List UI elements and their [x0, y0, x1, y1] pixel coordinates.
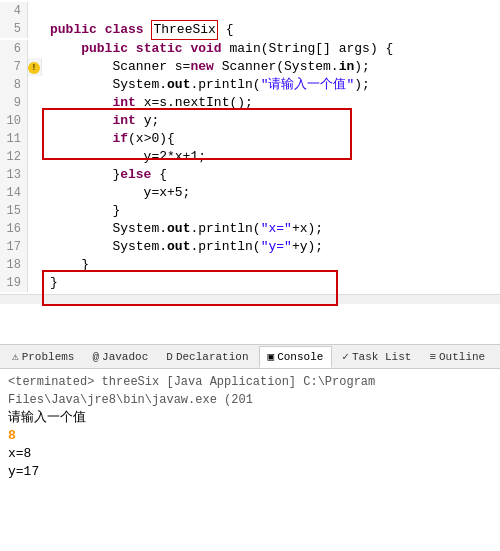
code-text: y=2*x+1;: [42, 148, 500, 166]
tab-label: Problems: [22, 351, 75, 363]
table-row: 18 }: [0, 256, 500, 274]
code-text: }: [42, 256, 500, 274]
console-output-line-1: 请输入一个值: [8, 409, 492, 427]
table-row: 8 System.out.println("请输入一个值");: [0, 76, 500, 94]
warning-icon: !: [28, 62, 40, 74]
horizontal-scrollbar[interactable]: [0, 294, 500, 304]
code-text: System.out.println("请输入一个值");: [42, 76, 500, 94]
gutter: !: [28, 58, 42, 76]
line-number: 8: [0, 76, 28, 94]
line-number: 15: [0, 202, 28, 220]
line-number: 11: [0, 130, 28, 148]
bottom-panel: ⚠ Problems @ Javadoc D Declaration ▣ Con…: [0, 345, 500, 551]
line-number: 18: [0, 256, 28, 274]
console-input-value: 8: [8, 428, 16, 443]
line-number: 14: [0, 184, 28, 202]
console-output-line-3: x=8: [8, 445, 492, 463]
code-text: }: [42, 274, 500, 292]
table-row: 11 if(x>0){: [0, 130, 500, 148]
code-text: System.out.println("y="+y);: [42, 238, 500, 256]
code-text: public static void main(String[] args) {: [42, 40, 500, 58]
line-number: 6: [0, 40, 28, 58]
tab-console[interactable]: ▣ Console: [259, 346, 333, 368]
code-text: System.out.println("x="+x);: [42, 220, 500, 238]
tab-label: Task List: [352, 351, 411, 363]
line-number: 10: [0, 112, 28, 130]
table-row: 12 y=2*x+1;: [0, 148, 500, 166]
line-number: 12: [0, 148, 28, 166]
table-row: 4: [0, 2, 500, 20]
table-row: 16 System.out.println("x="+x);: [0, 220, 500, 238]
console-output[interactable]: <terminated> threeSix [Java Application]…: [0, 369, 500, 551]
table-row: 9 int x=s.nextInt();: [0, 94, 500, 112]
tasklist-icon: ✓: [342, 350, 349, 363]
line-number: 17: [0, 238, 28, 256]
table-row: 14 y=x+5;: [0, 184, 500, 202]
tab-label: Javadoc: [102, 351, 148, 363]
console-output-line-4: y=17: [8, 463, 492, 481]
tab-tasklist[interactable]: ✓ Task List: [334, 346, 419, 368]
tab-declaration[interactable]: D Declaration: [158, 346, 256, 368]
line-number: 5: [0, 20, 28, 38]
console-icon: ▣: [268, 350, 275, 363]
javadoc-icon: @: [92, 351, 99, 363]
line-number: 13: [0, 166, 28, 184]
table-row: 17 System.out.println("y="+y);: [0, 238, 500, 256]
code-text: [42, 2, 500, 20]
console-text: y=17: [8, 464, 39, 479]
terminated-line: <terminated> threeSix [Java Application]…: [8, 373, 492, 409]
code-text: Scanner s=new Scanner(System.in);: [42, 58, 500, 76]
table-row: 7 ! Scanner s=new Scanner(System.in);: [0, 58, 500, 76]
code-text: if(x>0){: [42, 130, 500, 148]
declaration-icon: D: [166, 351, 173, 363]
code-text: int y;: [42, 112, 500, 130]
code-lines: 4 5 public class ThreeSix { 6 public sta…: [0, 0, 500, 294]
table-row: 15 }: [0, 202, 500, 220]
line-number: 19: [0, 274, 28, 292]
tab-label: Declaration: [176, 351, 249, 363]
class-name-highlight: ThreeSix: [151, 20, 217, 40]
code-text: }: [42, 202, 500, 220]
tab-javadoc[interactable]: @ Javadoc: [84, 346, 156, 368]
table-row: 10 int y;: [0, 112, 500, 130]
table-row: 6 public static void main(String[] args)…: [0, 40, 500, 58]
line-number: 16: [0, 220, 28, 238]
tab-bar: ⚠ Problems @ Javadoc D Declaration ▣ Con…: [0, 345, 500, 369]
console-text: 请输入一个值: [8, 410, 86, 425]
table-row: 19 }: [0, 274, 500, 292]
tab-label: Outline: [439, 351, 485, 363]
code-text: int x=s.nextInt();: [42, 94, 500, 112]
line-number: 4: [0, 2, 28, 20]
code-text: }else {: [42, 166, 500, 184]
tab-problems[interactable]: ⚠ Problems: [4, 346, 82, 368]
code-editor[interactable]: 4 5 public class ThreeSix { 6 public sta…: [0, 0, 500, 345]
tab-label: Console: [277, 351, 323, 363]
line-number: 9: [0, 94, 28, 112]
outline-icon: ≡: [429, 351, 436, 363]
code-text: public class ThreeSix {: [42, 20, 500, 40]
console-text: x=8: [8, 446, 31, 461]
code-text: y=x+5;: [42, 184, 500, 202]
console-output-line-2: 8: [8, 427, 492, 445]
line-number: 7: [0, 58, 28, 76]
table-row: 5 public class ThreeSix {: [0, 20, 500, 40]
problems-icon: ⚠: [12, 350, 19, 363]
table-row: 13 }else {: [0, 166, 500, 184]
tab-outline[interactable]: ≡ Outline: [421, 346, 493, 368]
